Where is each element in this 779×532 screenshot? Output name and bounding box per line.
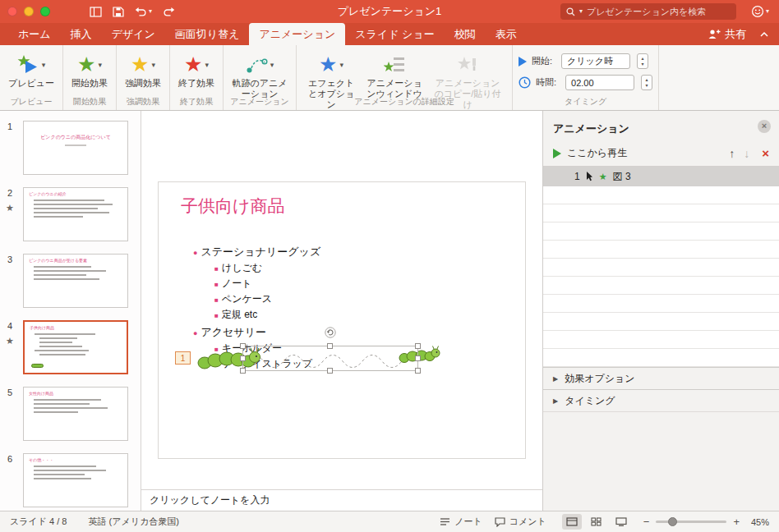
motion-path-button[interactable]: ▾ 軌跡のアニメーション [232, 51, 288, 99]
emphasis-effect-button[interactable]: ★ ▾ 強調効果 [125, 51, 161, 89]
emphasis-star-icon: ★ [131, 54, 149, 75]
comment-icon [495, 517, 505, 527]
motion-animation-icon: ★ [599, 172, 607, 182]
save-button[interactable] [113, 7, 124, 17]
language-indicator[interactable]: 英語 (アメリカ合衆国) [89, 516, 179, 528]
thumbnail-row-6: 6 その他・・・ [0, 453, 141, 511]
disclosure-triangle-icon: ▶ [553, 375, 558, 383]
section-timing[interactable]: ▶ タイミング [543, 389, 779, 411]
comments-toggle-button[interactable]: コメント [495, 516, 546, 528]
window-controls [7, 7, 50, 16]
play-from-label[interactable]: ここから再生 [567, 146, 723, 160]
slide-thumbnail-panel: 1 ピンクのウニの商品化について 2 ★ ピンクのウニの紹介 3 [0, 111, 141, 511]
tab-design[interactable]: デザイン [102, 23, 165, 45]
tab-insert[interactable]: 挿入 [61, 23, 102, 45]
exit-effect-button[interactable]: ★ ▾ 終了効果 [178, 51, 214, 89]
search-scope-caret-icon[interactable]: ▾ [579, 8, 583, 15]
animation-number-badge[interactable]: 1 [175, 351, 191, 365]
move-later-icon[interactable]: ↓ [744, 147, 749, 160]
close-window-button[interactable] [7, 7, 17, 16]
selection-bounding-box[interactable] [242, 346, 418, 371]
start-play-icon [519, 57, 527, 66]
duration-input[interactable]: 02.00 [565, 75, 634, 90]
slide-thumbnail-4-selected[interactable]: 子供向け商品 [23, 320, 128, 374]
tab-animations[interactable]: アニメーション [249, 23, 345, 45]
collapse-ribbon-icon[interactable] [759, 31, 769, 38]
undo-caret-icon[interactable]: ▾ [149, 8, 152, 15]
start-label: 開始: [532, 55, 556, 67]
start-stepper[interactable]: ▴▾ [637, 53, 648, 69]
bullet-line: ■定規 etc [214, 308, 320, 322]
slide-number: 3 [7, 255, 12, 264]
tab-home[interactable]: ホーム [8, 23, 61, 45]
move-earlier-icon[interactable]: ↑ [729, 147, 735, 160]
animation-pane: アニメーション × ここから再生 ↑ ↓ × 1 ★ 図 3 [542, 111, 779, 511]
resize-handle[interactable] [240, 355, 246, 361]
slide-4[interactable]: 子供向け商品 ●ステーショナリーグッズ ■けしごむ ■ノート ■ペンケース ■定… [158, 181, 526, 459]
exit-star-icon: ★ [184, 54, 202, 75]
close-pane-icon[interactable]: × [758, 120, 771, 133]
slide-thumbnail-3[interactable]: ピンクのウニ商品が受ける要素 [23, 254, 128, 308]
resize-handle[interactable] [240, 368, 246, 374]
duration-label: 時間: [536, 76, 560, 89]
feedback-button[interactable]: ▾ [751, 5, 769, 18]
animation-list-item-selected[interactable]: 1 ★ 図 3 [543, 167, 779, 186]
animation-item-number: 1 [574, 171, 580, 182]
resize-handle[interactable] [240, 343, 246, 349]
tab-review[interactable]: 校閲 [445, 23, 486, 45]
bullet-line: ■けしごむ [214, 261, 320, 275]
zoom-window-button[interactable] [40, 7, 50, 16]
resize-handle[interactable] [415, 355, 421, 361]
entrance-star-icon: ★ [77, 54, 95, 75]
tab-slideshow[interactable]: スライド ショー [345, 23, 444, 45]
slide-thumbnail-5[interactable]: 女性向け商品 [23, 387, 128, 441]
redo-button[interactable] [163, 7, 175, 16]
ribbon-group-motion-path: ▾ 軌跡のアニメーション アニメーション [224, 45, 297, 110]
ribbon-group-emphasis: ★ ▾ 強調効果 強調効果 [117, 45, 170, 110]
exit-effect-label: 終了効果 [178, 78, 214, 89]
show-tabs-icon[interactable] [90, 7, 102, 17]
preview-button[interactable]: ▾ プレビュー [8, 51, 54, 89]
slide-thumbnail-1[interactable]: ピンクのウニの商品化について [23, 121, 128, 175]
delete-animation-icon[interactable]: × [762, 146, 769, 160]
search-input[interactable]: ▾ プレゼンテーション内を検索 [560, 3, 736, 20]
resize-handle[interactable] [327, 368, 333, 374]
normal-view-button[interactable] [562, 514, 582, 530]
zoom-slider[interactable] [656, 521, 726, 523]
entrance-effect-button[interactable]: ★ ▾ 開始効果 [71, 51, 108, 89]
zoom-in-icon[interactable]: + [733, 516, 740, 528]
effect-options-star-icon: ★ [319, 54, 337, 75]
slide-thumbnail-2[interactable]: ピンクのウニの紹介 [23, 187, 128, 241]
resize-handle[interactable] [327, 343, 333, 349]
zoom-control: − + 45% [643, 516, 769, 528]
minimize-window-button[interactable] [24, 7, 34, 16]
animation-window-button[interactable]: アニメーションウィンドウ [362, 51, 426, 99]
ribbon-tab-bar: ホーム 挿入 デザイン 画面切り替え アニメーション スライド ショー 校閲 表… [0, 23, 779, 45]
bullet-line: ■ノート [214, 277, 320, 291]
duration-stepper[interactable]: ▴▾ [641, 75, 652, 90]
play-from-icon[interactable] [553, 149, 561, 158]
animation-list-empty-row [543, 204, 779, 222]
thumbnail-row-4: 4 ★ 子供向け商品 [0, 320, 141, 387]
share-button[interactable]: 共有 [708, 27, 746, 42]
start-dropdown[interactable]: クリック時 [561, 53, 630, 69]
slide-canvas: 子供向け商品 ●ステーショナリーグッズ ■けしごむ ■ノート ■ペンケース ■定… [141, 111, 542, 489]
notes-toggle-button[interactable]: ノート [440, 516, 482, 528]
tab-view[interactable]: 表示 [486, 23, 527, 45]
zoom-percentage[interactable]: 45% [746, 517, 769, 527]
resize-handle[interactable] [415, 368, 421, 374]
slide-sorter-view-button[interactable] [587, 514, 606, 530]
rotate-handle[interactable] [325, 327, 336, 338]
notes-input[interactable]: クリックしてノートを入力 [141, 489, 542, 511]
slideshow-view-button[interactable] [611, 514, 631, 530]
zoom-slider-thumb[interactable] [668, 517, 677, 526]
resize-handle[interactable] [415, 343, 421, 349]
slide-title-text[interactable]: 子供向け商品 [181, 195, 285, 218]
undo-button[interactable]: ▾ [135, 7, 152, 16]
section-effect-options[interactable]: ▶ 効果オプション [543, 367, 779, 389]
slide-thumbnail-6[interactable]: その他・・・ [23, 453, 128, 507]
tab-transitions[interactable]: 画面切り替え [165, 23, 250, 45]
group-label-preview: プレビュー [0, 96, 62, 108]
share-label: 共有 [725, 27, 746, 42]
zoom-out-icon[interactable]: − [643, 516, 650, 528]
